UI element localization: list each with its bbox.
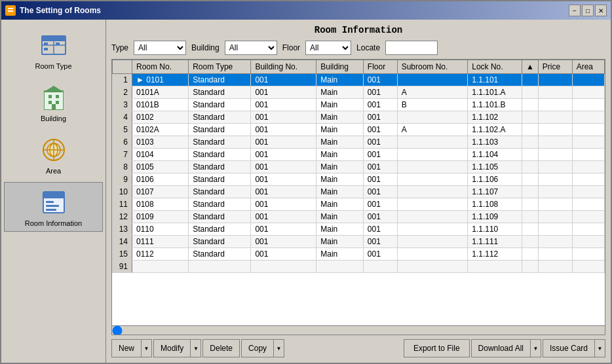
- area-cell: [572, 186, 604, 198]
- maximize-button[interactable]: □: [582, 5, 594, 16]
- table-row[interactable]: 150112Standard001Main0011.1.112: [113, 248, 605, 261]
- table-row[interactable]: 100107Standard001Main0011.1.107: [113, 186, 605, 198]
- building-label: Building: [191, 43, 220, 52]
- delete-button[interactable]: Delete: [202, 339, 240, 357]
- download-all-button[interactable]: Download All: [471, 339, 531, 357]
- building-select[interactable]: All: [225, 41, 277, 55]
- table-row[interactable]: 40102Standard001Main0011.1.102: [113, 111, 605, 124]
- price-cell: [538, 74, 572, 86]
- sort-cell: [522, 186, 538, 198]
- modify-dropdown-button[interactable]: ▼: [191, 339, 201, 357]
- subroom-no-cell: [397, 198, 468, 211]
- price-cell: [538, 223, 572, 236]
- table-scroll-area[interactable]: Room No. Room Type Building No. Building…: [112, 60, 605, 325]
- building-icon: [38, 82, 69, 113]
- row-number: 13: [113, 223, 132, 236]
- sidebar-item-room-type[interactable]: Room Type: [4, 25, 103, 75]
- col-header-lock-no[interactable]: Lock No.: [468, 60, 522, 74]
- col-header-room-no[interactable]: Room No.: [132, 60, 189, 74]
- price-cell: [538, 99, 572, 111]
- price-cell: [538, 248, 572, 261]
- floor-select[interactable]: All: [305, 41, 351, 55]
- table-row[interactable]: 140111Standard001Main0011.1.111: [113, 236, 605, 248]
- table-row[interactable]: 60103Standard001Main0011.1.103: [113, 136, 605, 149]
- row-number: 1: [113, 74, 132, 86]
- floor-cell: 001: [363, 136, 397, 149]
- type-label: Type: [111, 43, 128, 52]
- floor-cell: 001: [363, 74, 397, 86]
- table-row[interactable]: 30101BStandard001Main001B1.1.101.B: [113, 99, 605, 111]
- modify-btn-group: Modify ▼: [153, 339, 201, 357]
- copy-dropdown-button[interactable]: ▼: [274, 339, 284, 357]
- row-number: 2: [113, 86, 132, 99]
- sidebar-item-building[interactable]: Building: [4, 77, 103, 127]
- issue-card-dropdown-button[interactable]: ▼: [595, 339, 605, 357]
- sort-cell: [522, 261, 538, 273]
- copy-button[interactable]: Copy: [241, 339, 274, 357]
- minimize-button[interactable]: −: [569, 5, 581, 16]
- building-no-cell: 001: [251, 223, 316, 236]
- col-header-price[interactable]: Price: [538, 60, 572, 74]
- building-cell: Main: [316, 186, 364, 198]
- lock-no-cell: 1.1.109: [468, 211, 522, 223]
- locate-input[interactable]: [385, 41, 438, 55]
- table-row[interactable]: 120109Standard001Main0011.1.109: [113, 211, 605, 223]
- sort-cell: [522, 86, 538, 99]
- title-bar-left: The Setting of Rooms: [5, 5, 101, 16]
- content-area: Room Type Building: [1, 20, 611, 363]
- col-header-building-no[interactable]: Building No.: [251, 60, 316, 74]
- modify-button[interactable]: Modify: [153, 339, 191, 357]
- building-no-cell: 001: [251, 111, 316, 124]
- room-no-cell: 0102: [132, 111, 189, 124]
- price-cell: [538, 236, 572, 248]
- close-button[interactable]: ✕: [595, 5, 607, 16]
- table-row[interactable]: 80105Standard001Main0011.1.105: [113, 161, 605, 173]
- window-title: The Setting of Rooms: [20, 6, 101, 15]
- new-dropdown-button[interactable]: ▼: [142, 339, 152, 357]
- svg-rect-24: [43, 192, 64, 198]
- row-number: 3: [113, 99, 132, 111]
- issue-card-button[interactable]: Issue Card: [543, 339, 595, 357]
- room-no-cell: 0110: [132, 223, 189, 236]
- table-row[interactable]: 70104Standard001Main0011.1.104: [113, 149, 605, 161]
- svg-marker-17: [43, 86, 64, 92]
- row-number: 6: [113, 136, 132, 149]
- title-bar: The Setting of Rooms − □ ✕: [1, 1, 611, 20]
- building-no-cell: [251, 261, 316, 273]
- room-type-cell: Standard: [189, 86, 251, 99]
- building-no-cell: 001: [251, 173, 316, 186]
- export-button[interactable]: Export to File: [404, 339, 470, 357]
- table-row[interactable]: 20101AStandard001Main001A1.1.101.A: [113, 86, 605, 99]
- col-header-area[interactable]: Area: [572, 60, 604, 74]
- col-header-building[interactable]: Building: [316, 60, 364, 74]
- table-row[interactable]: 50102AStandard001Main001A1.1.102.A: [113, 124, 605, 136]
- price-cell: [538, 86, 572, 99]
- table-row[interactable]: 91: [113, 261, 605, 273]
- floor-cell: 001: [363, 124, 397, 136]
- table-row[interactable]: 90106Standard001Main0011.1.106: [113, 173, 605, 186]
- col-header-room-type[interactable]: Room Type: [189, 60, 251, 74]
- sort-cell: [522, 248, 538, 261]
- area-cell: [572, 136, 604, 149]
- sidebar-item-area[interactable]: Area: [4, 130, 103, 179]
- table-row[interactable]: 1► 0101Standard001Main0011.1.101: [113, 74, 605, 86]
- sidebar-item-room-information[interactable]: Room Information: [4, 182, 103, 232]
- col-header-sort[interactable]: ▲: [522, 60, 538, 74]
- horizontal-scrollbar-container: [112, 325, 605, 335]
- floor-cell: 001: [363, 236, 397, 248]
- svg-rect-15: [56, 101, 59, 104]
- col-header-floor[interactable]: Floor: [363, 60, 397, 74]
- new-button[interactable]: New: [111, 339, 142, 357]
- subroom-no-cell: [397, 161, 468, 173]
- horizontal-scrollbar[interactable]: [112, 326, 605, 335]
- sort-cell: [522, 99, 538, 111]
- col-header-subroom-no[interactable]: Subroom No.: [397, 60, 468, 74]
- row-number: 91: [113, 261, 132, 273]
- room-no-cell: 0103: [132, 136, 189, 149]
- sort-cell: [522, 161, 538, 173]
- download-dropdown-button[interactable]: ▼: [531, 339, 541, 357]
- table-row[interactable]: 130110Standard001Main0011.1.110: [113, 223, 605, 236]
- table-row[interactable]: 110108Standard001Main0011.1.108: [113, 198, 605, 211]
- price-cell: [538, 173, 572, 186]
- type-select[interactable]: All: [134, 41, 186, 55]
